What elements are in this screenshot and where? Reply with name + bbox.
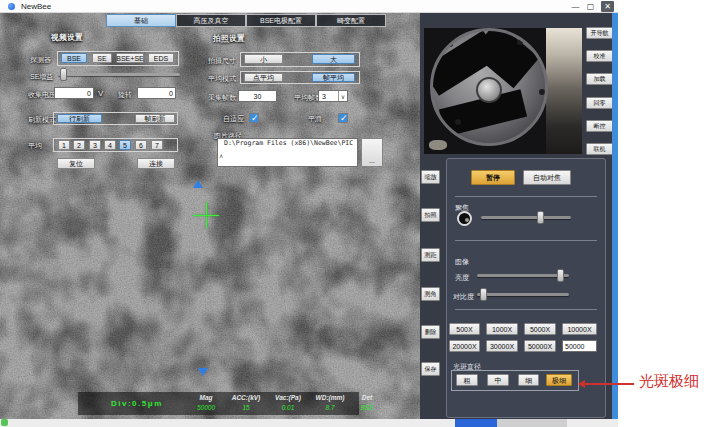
focus-knob[interactable] — [457, 211, 472, 226]
mag-5000x-button[interactable]: 5000X — [524, 323, 556, 335]
average-label: 平均 — [28, 142, 42, 149]
disconnect-control-button[interactable]: 断控 — [586, 120, 613, 132]
close-button[interactable]: ✕ — [601, 1, 614, 12]
spot-fine-button[interactable]: 细 — [518, 374, 539, 386]
avg-frames-select[interactable]: 3 ∨ — [318, 90, 348, 102]
mag-1000x-button[interactable]: 1000X — [486, 323, 518, 335]
average-option-1[interactable]: 1 — [58, 140, 70, 150]
maximize-button[interactable]: ▢ — [584, 1, 597, 12]
mag-500x-button[interactable]: 500X — [449, 323, 480, 335]
snapshot-tool-button[interactable]: 拍照 — [421, 208, 440, 222]
tab-hv-vacuum[interactable]: 高压及真空 — [176, 14, 246, 27]
tab-distortion-config[interactable]: 畸变配置 — [316, 14, 386, 27]
average-option-6[interactable]: 6 — [135, 140, 147, 150]
se-gain-thumb[interactable] — [60, 68, 67, 81]
average-option-4[interactable]: 4 — [104, 140, 116, 150]
minimize-button[interactable]: — — [569, 1, 582, 12]
online-button[interactable]: 联机 — [586, 143, 613, 155]
taskbar-icon — [1, 419, 8, 426]
avgmode-option-frame[interactable]: 帧平均 — [312, 73, 355, 82]
calibrate-button[interactable]: 校准 — [586, 50, 613, 62]
return-zero-button[interactable]: 回零 — [586, 97, 613, 109]
smooth-label: 平滑 — [308, 115, 322, 122]
autofocus-button[interactable]: 自动对焦 — [523, 170, 571, 185]
imaging-control-card: 暂停 自动对焦 聚焦 图像 亮度 对比度 — [446, 158, 606, 418]
mag-50000x-button[interactable]: 50000X — [524, 340, 556, 352]
measure-distance-tool-button[interactable]: 测距 — [421, 248, 440, 262]
average-option-3[interactable]: 3 — [89, 140, 101, 150]
connect-button[interactable]: 连接 — [137, 158, 175, 169]
app-window: NewBee — ▢ ✕ — [0, 0, 618, 427]
spot-coarse-button[interactable]: 粗 — [456, 374, 478, 386]
contrast-slider[interactable] — [477, 288, 569, 301]
image-path-textarea[interactable]: D:\Program Files (x86)\NewBee\PIC — [217, 138, 358, 167]
taskbar-strip — [0, 419, 618, 427]
open-navigation-button[interactable]: 开导航 — [586, 27, 613, 39]
refresh-option-frame[interactable]: 帧刷新 — [135, 114, 175, 123]
pause-button[interactable]: 暂停 — [471, 170, 515, 185]
size-option-large[interactable]: 大 — [312, 54, 355, 64]
status-value-det: BSE — [352, 404, 382, 411]
voltage-unit-label: V — [98, 90, 103, 98]
mag-20000x-button[interactable]: 20000X — [449, 340, 480, 352]
spot-extra-fine-button[interactable]: 极细 — [546, 374, 572, 386]
capture-frames-input[interactable] — [238, 90, 277, 102]
divider — [455, 309, 597, 310]
tab-basic[interactable]: 基础 — [106, 14, 176, 27]
contrast-label: 对比度 — [453, 292, 474, 302]
scan-marker-top-icon — [193, 180, 203, 188]
spot-medium-button[interactable]: 中 — [487, 374, 509, 386]
detector-option-bse[interactable]: BSE — [61, 53, 87, 63]
load-button[interactable]: 加载 — [586, 73, 613, 85]
focus-slider[interactable] — [481, 211, 571, 224]
brightness-thumb[interactable] — [557, 269, 564, 282]
scale-division-label: Div:0.5μm — [111, 399, 163, 408]
chamber-camera-view — [424, 28, 582, 154]
mag-custom-input[interactable] — [562, 340, 597, 352]
tab-bse-electrode-config[interactable]: BSE电极配置 — [246, 14, 316, 27]
detector-option-eds[interactable]: EDS — [148, 53, 174, 63]
detector-option-se[interactable]: SE — [92, 53, 112, 63]
average-option-5[interactable]: 5 — [119, 140, 131, 150]
mag-30000x-button[interactable]: 30000X — [486, 340, 518, 352]
adaptive-checkbox[interactable] — [249, 113, 259, 123]
delete-tool-button[interactable]: 删除 — [421, 325, 440, 339]
refresh-mode-label: 刷新模式 — [28, 116, 56, 123]
avgmode-option-point[interactable]: 点平均 — [244, 73, 283, 82]
status-header-mag: Mag — [188, 394, 224, 401]
screenshot-root: NewBee — ▢ ✕ — [0, 0, 720, 427]
size-option-small[interactable]: 小 — [244, 54, 283, 64]
smooth-checkbox[interactable] — [338, 113, 348, 123]
capture-frames-label: 采集帧数 — [208, 94, 236, 101]
browse-path-button[interactable]: ... — [361, 138, 383, 167]
detector-option-bse-se[interactable]: BSE+SE — [116, 53, 144, 63]
chevron-down-icon[interactable]: ∨ — [338, 91, 347, 101]
divider — [455, 240, 597, 241]
zoom-tool-button[interactable]: 缩放 — [421, 170, 440, 184]
status-value-mag: 50000 — [188, 404, 224, 411]
mag-10000x-button[interactable]: 10000X — [562, 323, 597, 335]
rotation-input[interactable] — [137, 87, 176, 99]
status-header-acc: ACC:(kV) — [224, 394, 268, 401]
status-header-wd: WD:(mm) — [308, 394, 352, 401]
se-gain-slider[interactable] — [58, 68, 180, 81]
measure-angle-tool-button[interactable]: 测角 — [421, 287, 440, 301]
save-tool-button[interactable]: 保存 — [421, 362, 440, 376]
taskbar-blue-segment — [455, 419, 497, 427]
taskbar-gray-segment — [497, 419, 567, 427]
app-icon — [8, 3, 15, 10]
focus-thumb[interactable] — [537, 211, 544, 224]
path-scroll-up-icon[interactable]: ∧ — [219, 153, 223, 159]
average-option-2[interactable]: 2 — [73, 140, 85, 150]
collect-voltage-input[interactable] — [54, 87, 94, 99]
status-header-det: Det — [352, 394, 382, 401]
status-value-wd: 8.7 — [308, 404, 352, 411]
sem-image-viewport[interactable]: 基础 高压及真空 BSE电极配置 畸变配置 视频设置 探测器 BSE SE BS… — [0, 13, 420, 419]
avg-frames-value: 3 — [319, 93, 338, 100]
refresh-option-line[interactable]: 行刷新 — [57, 114, 102, 123]
average-option-7[interactable]: 7 — [151, 140, 163, 150]
annotation-text: 光斑极细 — [639, 372, 699, 391]
brightness-slider[interactable] — [477, 269, 569, 282]
contrast-thumb[interactable] — [480, 288, 487, 301]
reset-button[interactable]: 复位 — [57, 158, 95, 169]
